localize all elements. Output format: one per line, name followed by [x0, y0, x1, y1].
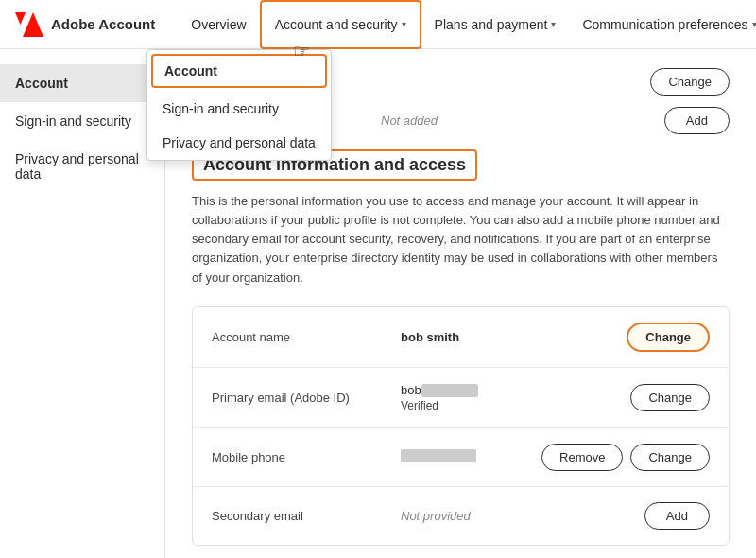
email-redacted: [421, 384, 478, 397]
value-account-name: bob smith: [401, 330, 627, 344]
account-security-dropdown: Account Sign-in and security Privacy and…: [146, 49, 332, 161]
top-nav: Adobe Account Overview Account and secur…: [0, 0, 756, 49]
chevron-down-icon: ▾: [402, 19, 406, 29]
sidebar-label-sign-in: Sign-in and security: [15, 113, 131, 129]
page-body: Account Sign-in and security Privacy and…: [0, 49, 756, 558]
nav-item-account-security[interactable]: Account and security ▾: [260, 0, 421, 49]
actions-mobile-phone: Remove Change: [541, 444, 710, 471]
dropdown-item-sign-in[interactable]: Sign-in and security: [147, 92, 331, 126]
svg-marker-0: [23, 12, 43, 37]
table-row-mobile-phone: Mobile phone Remove Change: [193, 428, 729, 487]
label-account-name: Account name: [212, 330, 401, 344]
svg-marker-1: [15, 12, 26, 25]
dropdown-item-account[interactable]: Account: [151, 54, 327, 88]
dropdown-label-account: Account: [164, 63, 217, 78]
dropdown-label-privacy: Privacy and personal data: [163, 135, 316, 150]
nav-item-communication[interactable]: Communication preferences ▾: [569, 0, 756, 49]
label-primary-email: Primary email (Adobe ID): [212, 391, 401, 405]
email-verified-label: Verified: [401, 399, 630, 412]
partial-value-2: Not added: [381, 113, 664, 128]
adobe-logo: Adobe Account: [15, 12, 155, 37]
actions-account-name: Change: [627, 323, 710, 352]
chevron-down-icon: ▾: [752, 19, 756, 29]
sidebar-label-account: Account: [15, 76, 68, 91]
sidebar-item-privacy[interactable]: Privacy and personal data: [0, 140, 164, 193]
account-name-text: bob smith: [401, 330, 459, 344]
account-info-table: Account name bob smith Change Primary em…: [192, 306, 730, 547]
remove-mobile-phone-button[interactable]: Remove: [541, 444, 623, 471]
nav-label-overview: Overview: [191, 17, 246, 32]
sidebar-item-account[interactable]: Account: [0, 64, 164, 102]
adobe-icon: [15, 12, 43, 37]
value-primary-email: bob Verified: [401, 383, 630, 413]
table-row-account-name: Account name bob smith Change: [193, 307, 729, 368]
top-add-button[interactable]: Add: [664, 107, 730, 134]
nav-label-account-security: Account and security: [275, 17, 398, 32]
sidebar-label-privacy: Privacy and personal data: [15, 151, 139, 182]
label-secondary-email: Secondary email: [212, 509, 401, 523]
nav-item-plans[interactable]: Plans and payment ▾: [421, 0, 570, 49]
sidebar-item-sign-in[interactable]: Sign-in and security: [0, 102, 164, 140]
label-mobile-phone: Mobile phone: [212, 450, 401, 464]
dropdown-item-privacy[interactable]: Privacy and personal data: [147, 126, 331, 160]
sidebar: Account Sign-in and security Privacy and…: [0, 49, 165, 558]
top-change-button[interactable]: Change: [650, 68, 730, 96]
brand-title: Adobe Account: [51, 16, 155, 32]
change-primary-email-button[interactable]: Change: [630, 384, 710, 411]
chevron-down-icon: ▾: [551, 19, 556, 29]
table-row-secondary-email: Secondary email Not provided Add: [193, 487, 729, 545]
secondary-email-not-provided: Not provided: [401, 509, 471, 523]
actions-secondary-email: Add: [644, 502, 710, 530]
top-row-actions: Change: [650, 68, 730, 96]
nav-label-communication: Communication preferences: [582, 17, 747, 32]
dropdown-label-sign-in: Sign-in and security: [163, 101, 279, 116]
phone-redacted: [401, 449, 476, 462]
add-secondary-email-button[interactable]: Add: [644, 502, 710, 530]
nav-item-overview[interactable]: Overview: [178, 0, 259, 49]
nav-items: Overview Account and security ▾ Plans an…: [178, 0, 756, 49]
change-mobile-phone-button[interactable]: Change: [630, 444, 710, 471]
email-prefix: bob: [401, 383, 421, 397]
value-mobile-phone: [401, 449, 541, 465]
partial-actions-2: Add: [664, 107, 730, 134]
change-account-name-button[interactable]: Change: [627, 323, 710, 352]
table-row-primary-email: Primary email (Adobe ID) bob Verified Ch…: [193, 368, 729, 429]
value-secondary-email: Not provided: [401, 509, 644, 523]
nav-label-plans: Plans and payment: [435, 17, 548, 32]
section-description: This is the personal information you use…: [192, 192, 730, 288]
actions-primary-email: Change: [630, 384, 710, 411]
